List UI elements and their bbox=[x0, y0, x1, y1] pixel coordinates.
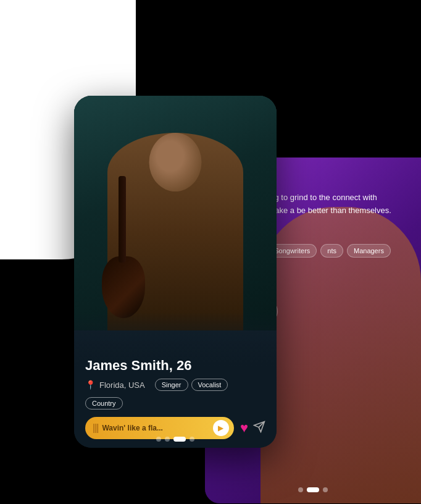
tag-singer: Singer bbox=[155, 379, 188, 391]
dot-3[interactable] bbox=[323, 487, 328, 492]
profile-card: James Smith, 26 📍 Florida, USA Singer Vo… bbox=[74, 96, 277, 448]
audio-player[interactable]: ||| Wavin' like a fla... ▶ ♥ bbox=[85, 417, 265, 439]
dot-1[interactable] bbox=[298, 487, 303, 492]
location-icon: 📍 bbox=[85, 380, 96, 390]
guitar-body bbox=[102, 256, 145, 318]
location-row: 📍 Florida, USA Singer Vocalist bbox=[85, 379, 265, 391]
guitar-neck bbox=[119, 176, 126, 262]
tag-managers: Managers bbox=[347, 244, 391, 258]
send-button[interactable] bbox=[253, 421, 265, 436]
profile-name: James Smith, 26 bbox=[85, 358, 265, 374]
profile-info: James Smith, 26 📍 Florida, USA Singer Vo… bbox=[74, 312, 277, 448]
country-tag-row: Country bbox=[85, 397, 265, 410]
card-dot-1[interactable] bbox=[156, 437, 161, 442]
tag-events: nts bbox=[320, 244, 343, 258]
waveform-icon: ||| bbox=[93, 422, 98, 434]
right-card-dots bbox=[298, 487, 328, 492]
audio-bar[interactable]: ||| Wavin' like a fla... ▶ bbox=[85, 417, 234, 439]
card-dot-2[interactable] bbox=[165, 437, 170, 442]
card-dots bbox=[156, 437, 194, 442]
profile-photo bbox=[74, 96, 277, 330]
tag-country: Country bbox=[85, 397, 123, 410]
genre-tags: Singer Vocalist bbox=[155, 379, 228, 391]
tag-vocalist: Vocalist bbox=[191, 379, 228, 391]
audio-title: Wavin' like a fla... bbox=[102, 424, 209, 432]
play-button[interactable]: ▶ bbox=[213, 420, 229, 436]
location-text: Florida, USA bbox=[99, 380, 145, 390]
like-button[interactable]: ♥ bbox=[240, 420, 248, 436]
card-dot-4[interactable] bbox=[190, 437, 194, 442]
dot-2-active[interactable] bbox=[307, 487, 319, 492]
person-head bbox=[149, 133, 202, 191]
card-dot-3-active[interactable] bbox=[173, 437, 186, 442]
play-icon: ▶ bbox=[218, 424, 223, 432]
